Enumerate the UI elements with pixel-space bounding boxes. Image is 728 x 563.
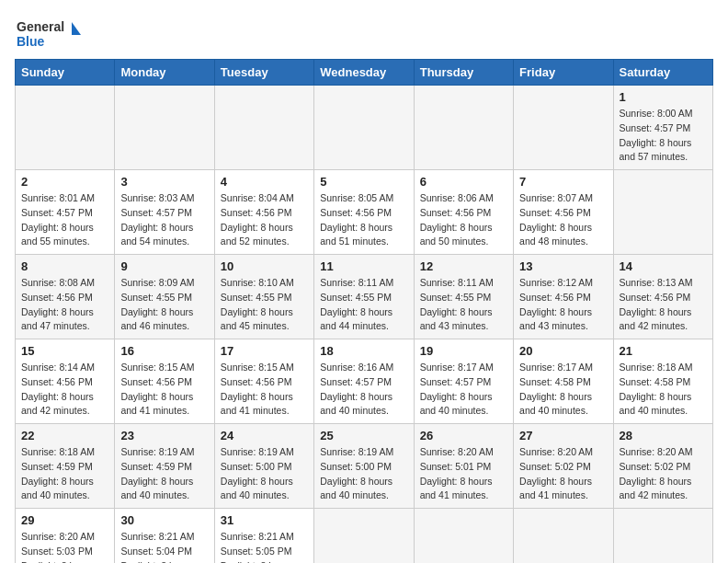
day-number: 1 [620, 90, 707, 104]
day-cell-11: 11Sunrise: 8:11 AMSunset: 4:55 PMDayligh… [314, 255, 414, 339]
day-detail: Sunrise: 8:21 AMSunset: 5:05 PMDaylight:… [221, 530, 308, 563]
day-number: 7 [519, 175, 607, 189]
svg-text:General: General [17, 19, 64, 34]
header-row: SundayMondayTuesdayWednesdayThursdayFrid… [16, 60, 713, 86]
day-number: 13 [519, 259, 607, 273]
day-detail: Sunrise: 8:17 AMSunset: 4:57 PMDaylight:… [420, 361, 507, 419]
day-detail: Sunrise: 8:00 AMSunset: 4:57 PMDaylight:… [620, 107, 707, 165]
header-thursday: Thursday [414, 60, 513, 86]
week-row-4: 15Sunrise: 8:14 AMSunset: 4:56 PMDayligh… [16, 339, 713, 424]
day-detail: Sunrise: 8:20 AMSunset: 5:03 PMDaylight:… [21, 530, 108, 563]
empty-cell [414, 86, 513, 170]
empty-cell [613, 509, 712, 564]
day-cell-15: 15Sunrise: 8:14 AMSunset: 4:56 PMDayligh… [16, 339, 115, 424]
empty-cell [16, 86, 115, 170]
day-number: 10 [221, 259, 308, 273]
day-detail: Sunrise: 8:07 AMSunset: 4:56 PMDaylight:… [519, 191, 607, 249]
day-detail: Sunrise: 8:19 AMSunset: 4:59 PMDaylight:… [120, 445, 208, 503]
header-monday: Monday [115, 60, 214, 86]
day-number: 16 [120, 344, 208, 358]
day-cell-7: 7Sunrise: 8:07 AMSunset: 4:56 PMDaylight… [514, 170, 613, 255]
day-number: 29 [21, 513, 108, 527]
day-cell-12: 12Sunrise: 8:11 AMSunset: 4:55 PMDayligh… [414, 255, 513, 339]
day-detail: Sunrise: 8:11 AMSunset: 4:55 PMDaylight:… [320, 276, 407, 334]
day-detail: Sunrise: 8:20 AMSunset: 5:01 PMDaylight:… [420, 445, 507, 503]
day-cell-27: 27Sunrise: 8:20 AMSunset: 5:02 PMDayligh… [514, 424, 613, 509]
day-detail: Sunrise: 8:13 AMSunset: 4:56 PMDaylight:… [620, 276, 707, 334]
day-detail: Sunrise: 8:11 AMSunset: 4:55 PMDaylight:… [420, 276, 507, 334]
day-number: 4 [221, 175, 308, 189]
day-cell-1: 1Sunrise: 8:00 AMSunset: 4:57 PMDaylight… [613, 86, 712, 170]
day-cell-20: 20Sunrise: 8:17 AMSunset: 4:58 PMDayligh… [514, 339, 613, 424]
day-cell-9: 9Sunrise: 8:09 AMSunset: 4:55 PMDaylight… [115, 255, 214, 339]
empty-cell [314, 509, 414, 564]
day-detail: Sunrise: 8:15 AMSunset: 4:56 PMDaylight:… [120, 361, 208, 419]
day-number: 28 [620, 429, 707, 442]
day-number: 23 [120, 429, 208, 442]
calendar-table: SundayMondayTuesdayWednesdayThursdayFrid… [15, 59, 713, 563]
header-tuesday: Tuesday [214, 60, 313, 86]
day-cell-5: 5Sunrise: 8:05 AMSunset: 4:56 PMDaylight… [314, 170, 414, 255]
day-cell-25: 25Sunrise: 8:19 AMSunset: 5:00 PMDayligh… [314, 424, 414, 509]
day-cell-31: 31Sunrise: 8:21 AMSunset: 5:05 PMDayligh… [214, 509, 313, 564]
day-cell-3: 3Sunrise: 8:03 AMSunset: 4:57 PMDaylight… [115, 170, 214, 255]
day-number: 24 [221, 429, 308, 442]
header-wednesday: Wednesday [314, 60, 414, 86]
day-cell-24: 24Sunrise: 8:19 AMSunset: 5:00 PMDayligh… [214, 424, 313, 509]
day-number: 12 [420, 259, 507, 273]
day-detail: Sunrise: 8:19 AMSunset: 5:00 PMDaylight:… [221, 445, 308, 503]
day-number: 5 [320, 175, 407, 189]
day-number: 11 [320, 259, 407, 273]
header-friday: Friday [514, 60, 613, 86]
page-header: GeneralBlue [15, 15, 713, 52]
day-number: 27 [519, 429, 607, 442]
day-cell-26: 26Sunrise: 8:20 AMSunset: 5:01 PMDayligh… [414, 424, 513, 509]
day-number: 2 [21, 175, 108, 189]
week-row-2: 2Sunrise: 8:01 AMSunset: 4:57 PMDaylight… [16, 170, 713, 255]
empty-cell [414, 509, 513, 564]
day-cell-6: 6Sunrise: 8:06 AMSunset: 4:56 PMDaylight… [414, 170, 513, 255]
day-number: 31 [221, 513, 308, 527]
empty-cell [314, 86, 414, 170]
week-row-5: 22Sunrise: 8:18 AMSunset: 4:59 PMDayligh… [16, 424, 713, 509]
day-detail: Sunrise: 8:01 AMSunset: 4:57 PMDaylight:… [21, 191, 108, 249]
day-detail: Sunrise: 8:18 AMSunset: 4:58 PMDaylight:… [620, 361, 707, 419]
day-number: 20 [519, 344, 607, 358]
day-cell-21: 21Sunrise: 8:18 AMSunset: 4:58 PMDayligh… [613, 339, 712, 424]
day-cell-14: 14Sunrise: 8:13 AMSunset: 4:56 PMDayligh… [613, 255, 712, 339]
day-detail: Sunrise: 8:10 AMSunset: 4:55 PMDaylight:… [221, 276, 308, 334]
day-cell-17: 17Sunrise: 8:15 AMSunset: 4:56 PMDayligh… [214, 339, 313, 424]
day-number: 9 [120, 259, 208, 273]
day-cell-10: 10Sunrise: 8:10 AMSunset: 4:55 PMDayligh… [214, 255, 313, 339]
day-detail: Sunrise: 8:20 AMSunset: 5:02 PMDaylight:… [519, 445, 607, 503]
day-detail: Sunrise: 8:04 AMSunset: 4:56 PMDaylight:… [221, 191, 308, 249]
day-number: 19 [420, 344, 507, 358]
day-detail: Sunrise: 8:18 AMSunset: 4:59 PMDaylight:… [21, 445, 108, 503]
logo-svg: GeneralBlue [15, 15, 88, 52]
day-cell-30: 30Sunrise: 8:21 AMSunset: 5:04 PMDayligh… [115, 509, 214, 564]
day-detail: Sunrise: 8:08 AMSunset: 4:56 PMDaylight:… [21, 276, 108, 334]
day-cell-2: 2Sunrise: 8:01 AMSunset: 4:57 PMDaylight… [16, 170, 115, 255]
day-detail: Sunrise: 8:09 AMSunset: 4:55 PMDaylight:… [120, 276, 208, 334]
day-number: 6 [420, 175, 507, 189]
day-detail: Sunrise: 8:19 AMSunset: 5:00 PMDaylight:… [320, 445, 407, 503]
day-number: 15 [21, 344, 108, 358]
day-detail: Sunrise: 8:05 AMSunset: 4:56 PMDaylight:… [320, 191, 407, 249]
day-number: 18 [320, 344, 407, 358]
day-number: 3 [120, 175, 208, 189]
week-row-1: 1Sunrise: 8:00 AMSunset: 4:57 PMDaylight… [16, 86, 713, 170]
empty-cell [214, 86, 313, 170]
svg-marker-2 [72, 22, 81, 35]
day-number: 30 [120, 513, 208, 527]
empty-cell [613, 170, 712, 255]
day-detail: Sunrise: 8:17 AMSunset: 4:58 PMDaylight:… [519, 361, 607, 419]
day-detail: Sunrise: 8:06 AMSunset: 4:56 PMDaylight:… [420, 191, 507, 249]
header-sunday: Sunday [16, 60, 115, 86]
day-cell-8: 8Sunrise: 8:08 AMSunset: 4:56 PMDaylight… [16, 255, 115, 339]
empty-cell [115, 86, 214, 170]
week-row-3: 8Sunrise: 8:08 AMSunset: 4:56 PMDaylight… [16, 255, 713, 339]
day-number: 26 [420, 429, 507, 442]
day-cell-13: 13Sunrise: 8:12 AMSunset: 4:56 PMDayligh… [514, 255, 613, 339]
logo: GeneralBlue [15, 15, 88, 52]
svg-text:Blue: Blue [17, 34, 45, 49]
